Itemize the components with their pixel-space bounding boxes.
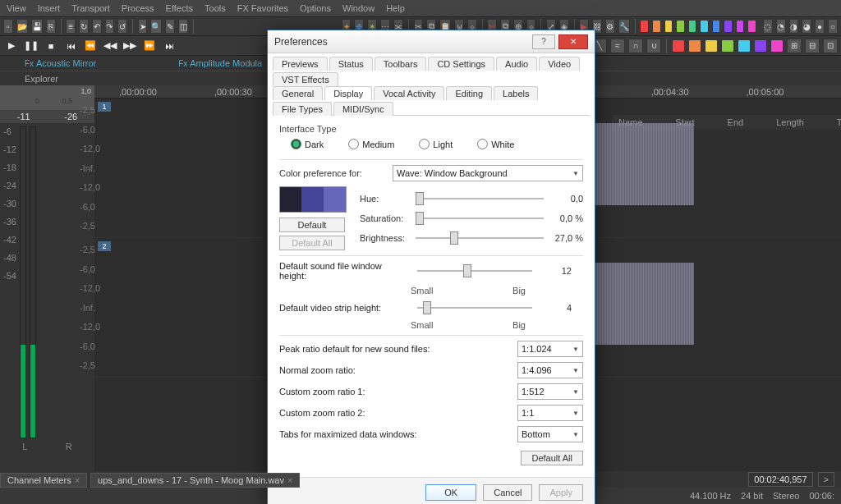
- radio-dark[interactable]: Dark: [291, 139, 324, 149]
- bcolor-6[interactable]: [754, 39, 767, 53]
- custom-zoom-1-select[interactable]: 1:512▼: [517, 383, 583, 400]
- color-9[interactable]: [736, 20, 745, 33]
- bcolor-2[interactable]: [688, 39, 701, 53]
- new-icon[interactable]: ▫: [3, 19, 13, 34]
- video-height-slider[interactable]: [417, 300, 532, 315]
- menu-process[interactable]: Process: [122, 3, 154, 13]
- tool-a[interactable]: ◌: [763, 19, 773, 34]
- brightness-slider[interactable]: [416, 231, 544, 245]
- tool-g[interactable]: ⊞: [787, 39, 802, 53]
- tab-vst[interactable]: VST Effects: [273, 72, 338, 86]
- tool-f[interactable]: ○: [828, 19, 838, 34]
- tab-file-types[interactable]: File Types: [273, 102, 332, 116]
- tab-audio[interactable]: Audio: [496, 57, 537, 71]
- menu-insert[interactable]: Insert: [38, 3, 61, 13]
- tool-b[interactable]: ◔: [776, 19, 786, 34]
- color-5[interactable]: [688, 20, 697, 33]
- help-icon[interactable]: ?: [532, 34, 555, 49]
- tab-labels[interactable]: Labels: [494, 86, 538, 100]
- select-icon[interactable]: ◫: [178, 19, 188, 34]
- zoom-icon[interactable]: 🔍: [150, 19, 162, 34]
- sound-height-slider[interactable]: [417, 263, 532, 278]
- color-2[interactable]: [652, 20, 661, 33]
- radio-medium[interactable]: Medium: [348, 139, 394, 149]
- tool-e[interactable]: ●: [815, 19, 825, 34]
- menu-help[interactable]: Help: [386, 3, 405, 13]
- tab-toolbars[interactable]: Toolbars: [375, 57, 427, 71]
- radio-white[interactable]: White: [477, 139, 514, 149]
- color-6[interactable]: [700, 20, 709, 33]
- bcolor-3[interactable]: [705, 39, 718, 53]
- ok-button[interactable]: OK: [425, 484, 476, 501]
- tool-c[interactable]: ◑: [789, 19, 799, 34]
- color-4[interactable]: [676, 20, 685, 33]
- menu-options[interactable]: Options: [300, 3, 331, 13]
- menu-view[interactable]: View: [7, 3, 26, 13]
- loop-icon[interactable]: ↻: [79, 19, 89, 34]
- default-all-button[interactable]: Default All: [521, 451, 583, 465]
- menu-tools[interactable]: Tools: [205, 3, 226, 13]
- tab-midi-sync[interactable]: MIDI/Sync: [333, 102, 393, 116]
- tool-i[interactable]: ⊡: [823, 39, 838, 53]
- repeat-icon[interactable]: ↺: [117, 19, 127, 34]
- color-pref-select[interactable]: Wave: Window Background ▼: [393, 165, 583, 181]
- menu-transport[interactable]: Transport: [71, 3, 110, 13]
- close-icon[interactable]: ×: [75, 475, 80, 485]
- radio-light[interactable]: Light: [419, 139, 453, 149]
- default-button[interactable]: Default: [279, 218, 345, 232]
- save-icon[interactable]: 💾: [31, 19, 43, 34]
- prev-icon[interactable]: ⏪: [82, 39, 99, 53]
- color-10[interactable]: [747, 20, 756, 33]
- color-3[interactable]: [664, 20, 673, 33]
- tool-h[interactable]: ⊟: [805, 39, 820, 53]
- tab-display[interactable]: Display: [324, 86, 372, 100]
- color-8[interactable]: [724, 20, 733, 33]
- skip-end-icon[interactable]: ⏭: [161, 39, 177, 53]
- settings-icon[interactable]: ⚙: [605, 19, 615, 34]
- peak-ratio-select[interactable]: 1:1.024▼: [517, 341, 583, 357]
- curve-5[interactable]: ≈: [610, 39, 625, 53]
- close-icon[interactable]: ✕: [558, 34, 588, 49]
- tab-vocal-activity[interactable]: Vocal Activity: [374, 86, 444, 100]
- skip-start-icon[interactable]: ⏮: [62, 39, 79, 53]
- next-icon[interactable]: ⏩: [141, 39, 158, 53]
- bcolor-1[interactable]: [672, 39, 685, 53]
- fx-amplitude-modula[interactable]: Fx Amplitude Modula: [178, 58, 262, 68]
- saturation-slider[interactable]: [416, 211, 544, 226]
- redo-icon[interactable]: ↷: [105, 19, 115, 34]
- curve-6[interactable]: ∩: [628, 39, 643, 53]
- open-icon[interactable]: 📂: [16, 19, 28, 34]
- tab-status[interactable]: Status: [329, 57, 373, 71]
- bcolor-5[interactable]: [738, 39, 751, 53]
- tool-d[interactable]: ◕: [802, 19, 811, 34]
- close-icon[interactable]: ×: [287, 475, 292, 485]
- menu-fx-favorites[interactable]: FX Favorites: [237, 3, 288, 13]
- pause-icon[interactable]: ❚❚: [23, 39, 39, 53]
- tab-video[interactable]: Video: [539, 57, 580, 71]
- tab-channel-meters[interactable]: Channel Meters ×: [0, 473, 87, 488]
- rewind-icon[interactable]: ◀◀: [102, 39, 118, 53]
- stop-icon[interactable]: ■: [43, 39, 59, 53]
- bcolor-4[interactable]: [721, 39, 734, 53]
- saveas-icon[interactable]: ⎘: [46, 19, 56, 34]
- ffwd-icon[interactable]: ▶▶: [122, 39, 138, 53]
- custom-zoom-2-select[interactable]: 1:1▼: [517, 405, 583, 421]
- tabs-max-select[interactable]: Bottom▼: [517, 426, 583, 442]
- wrench-icon[interactable]: 🔧: [618, 19, 630, 34]
- eq-icon[interactable]: ≡: [66, 19, 76, 34]
- tab-previews[interactable]: Previews: [273, 57, 328, 71]
- color-1[interactable]: [640, 20, 649, 33]
- tab-editing[interactable]: Editing: [446, 86, 492, 100]
- menu-window[interactable]: Window: [342, 3, 375, 13]
- draw-icon[interactable]: ✎: [165, 19, 175, 34]
- play-icon[interactable]: ▶: [3, 39, 20, 53]
- bcolor-7[interactable]: [770, 39, 784, 53]
- fx-acoustic-mirror[interactable]: Fx Acoustic Mirror: [25, 58, 96, 68]
- tab-cd-settings[interactable]: CD Settings: [428, 57, 494, 71]
- cancel-button[interactable]: Cancel: [483, 484, 532, 501]
- curve-7[interactable]: ∪: [646, 39, 661, 53]
- hue-slider[interactable]: [416, 191, 544, 206]
- tab-file[interactable]: ups_and_downs - 17 - Synth - Moog Main.w…: [90, 473, 300, 488]
- color-7[interactable]: [712, 20, 721, 33]
- dialog-titlebar[interactable]: Preferences ? ✕: [268, 30, 595, 53]
